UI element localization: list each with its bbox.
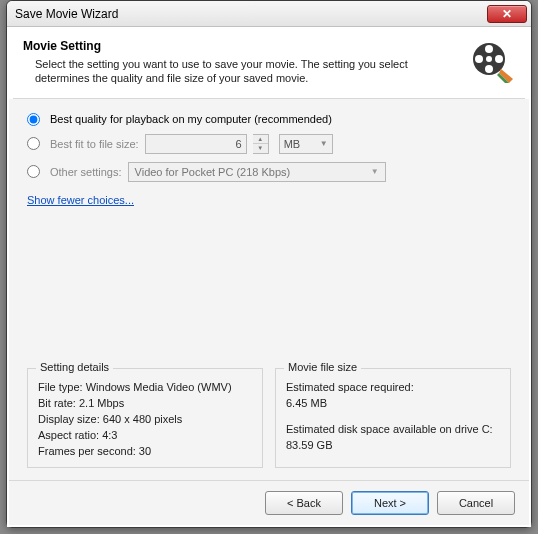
option-label: Best fit to file size:: [50, 138, 139, 150]
option-best-fit-radio[interactable]: Best fit to file size:: [27, 137, 139, 150]
body: Best quality for playback on my computer…: [9, 99, 529, 480]
option-best-fit: Best fit to file size: 6 ▲ ▼ MB ▼: [27, 134, 511, 154]
svg-point-2: [495, 55, 503, 63]
detail-file-type: File type: Windows Media Video (WMV): [38, 381, 252, 393]
file-size-value: 6: [236, 138, 242, 150]
chevron-down-icon: ▼: [320, 139, 328, 148]
radio-other[interactable]: [27, 165, 40, 178]
panel-title: Movie file size: [284, 361, 361, 373]
unit-value: MB: [284, 138, 301, 150]
cancel-button[interactable]: Cancel: [437, 491, 515, 515]
header: Movie Setting Select the setting you wan…: [9, 29, 529, 98]
close-icon: ✕: [502, 7, 512, 21]
content: Movie Setting Select the setting you wan…: [7, 27, 531, 527]
option-label: Best quality for playback on my computer…: [50, 113, 332, 125]
close-button[interactable]: ✕: [487, 5, 527, 23]
radio-best-fit[interactable]: [27, 137, 40, 150]
details-row: Setting details File type: Windows Media…: [27, 368, 511, 468]
chevron-down-icon[interactable]: ▼: [253, 144, 268, 153]
file-size-spinner[interactable]: ▲ ▼: [253, 134, 269, 154]
chevron-up-icon[interactable]: ▲: [253, 135, 268, 145]
show-fewer-link[interactable]: Show fewer choices...: [27, 194, 511, 206]
file-size-panel: Movie file size Estimated space required…: [275, 368, 511, 468]
titlebar[interactable]: Save Movie Wizard ✕: [7, 1, 531, 27]
svg-point-4: [475, 55, 483, 63]
detail-display-size: Display size: 640 x 480 pixels: [38, 413, 252, 425]
space-required-label: Estimated space required:: [286, 381, 500, 393]
option-best-quality[interactable]: Best quality for playback on my computer…: [27, 113, 511, 126]
back-button[interactable]: < Back: [265, 491, 343, 515]
option-other: Other settings: Video for Pocket PC (218…: [27, 162, 511, 182]
svg-point-1: [485, 45, 493, 53]
other-settings-select[interactable]: Video for Pocket PC (218 Kbps) ▼: [128, 162, 386, 182]
detail-fps: Frames per second: 30: [38, 445, 252, 457]
option-label: Other settings:: [50, 166, 122, 178]
chevron-down-icon: ▼: [371, 167, 379, 176]
setting-details-panel: Setting details File type: Windows Media…: [27, 368, 263, 468]
other-settings-value: Video for Pocket PC (218 Kbps): [135, 166, 291, 178]
radio-best-quality[interactable]: [27, 113, 40, 126]
option-other-radio[interactable]: Other settings:: [27, 165, 122, 178]
header-text: Movie Setting Select the setting you wan…: [23, 39, 461, 86]
space-available-label: Estimated disk space available on drive …: [286, 423, 500, 435]
svg-point-5: [486, 56, 492, 62]
movie-reel-icon: [469, 39, 515, 85]
svg-point-3: [485, 65, 493, 73]
space-available-value: 83.59 GB: [286, 439, 500, 451]
page-desc: Select the setting you want to use to sa…: [23, 57, 461, 86]
spacer: [27, 206, 511, 368]
unit-select[interactable]: MB ▼: [279, 134, 333, 154]
window-title: Save Movie Wizard: [15, 7, 487, 21]
detail-bit-rate: Bit rate: 2.1 Mbps: [38, 397, 252, 409]
page-title: Movie Setting: [23, 39, 461, 53]
space-required-value: 6.45 MB: [286, 397, 500, 409]
wizard-window: Save Movie Wizard ✕ Movie Setting Select…: [6, 0, 532, 528]
detail-aspect: Aspect ratio: 4:3: [38, 429, 252, 441]
next-button[interactable]: Next >: [351, 491, 429, 515]
file-size-input[interactable]: 6: [145, 134, 247, 154]
button-bar: < Back Next > Cancel: [9, 480, 529, 525]
panel-title: Setting details: [36, 361, 113, 373]
